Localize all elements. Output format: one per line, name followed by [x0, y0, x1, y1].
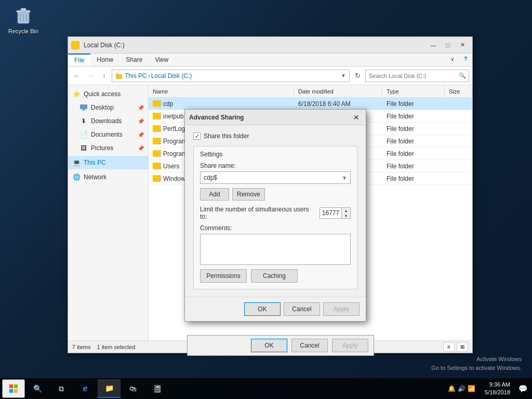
tab-view[interactable]: View: [149, 54, 175, 66]
forward-button[interactable]: →: [85, 70, 96, 82]
sidebar-downloads-label: Downloads: [91, 117, 135, 125]
col-type[interactable]: Type: [382, 85, 445, 97]
store-icon: 🛍: [129, 384, 137, 393]
grid-view-btn[interactable]: ⊞: [457, 342, 468, 352]
up-button[interactable]: ↑: [98, 70, 110, 82]
sidebar-item-downloads[interactable]: ⬇ Downloads 📌: [68, 114, 148, 128]
address-path[interactable]: This PC › Local Disk (C:) ▼: [112, 70, 350, 82]
spinner-up[interactable]: ▲: [342, 208, 350, 213]
maximize-button[interactable]: □: [441, 40, 455, 50]
tab-file[interactable]: File: [68, 54, 90, 66]
sidebar: ⭐ Quick access Desktop 📌 ⬇ Downloads 📌: [68, 85, 149, 340]
table-row[interactable]: cdp 6/18/2018 6:40 AM File folder: [149, 98, 472, 110]
remove-button[interactable]: Remove: [232, 188, 265, 201]
taskbar: 🔍 ⧉ e 📁 🛍 📓 🔔 🔊 📶 9:36 AM 5/18/2018 💬: [0, 378, 532, 399]
refresh-button[interactable]: ↻: [352, 70, 363, 82]
sidebar-this-pc-label: This PC: [84, 159, 144, 166]
sidebar-documents-label: Documents: [91, 131, 135, 138]
back-button[interactable]: ←: [71, 70, 83, 82]
col-size[interactable]: Size: [445, 85, 472, 97]
desktop: Recycle Bin Local Disk (C:) — □ ✕: [0, 0, 532, 399]
pictures-pin: 📌: [138, 145, 144, 151]
task-view-button[interactable]: ⧉: [50, 379, 73, 398]
spinner-down[interactable]: ▼: [342, 213, 350, 218]
col-date[interactable]: Date modified: [294, 85, 382, 97]
add-button[interactable]: Add: [200, 188, 229, 201]
adv-ok-button[interactable]: OK: [244, 302, 281, 316]
caching-button[interactable]: Caching: [251, 269, 298, 283]
store-button[interactable]: 🛍: [122, 379, 144, 398]
permissions-button[interactable]: Permissions: [200, 269, 247, 283]
folder-icon: [153, 113, 161, 119]
ie-button[interactable]: e: [74, 379, 97, 398]
folder-icon: [153, 100, 161, 107]
tab-share[interactable]: Share: [119, 54, 149, 66]
adv-apply-button[interactable]: Apply: [323, 302, 360, 316]
svg-rect-11: [83, 109, 85, 110]
adv-close-button[interactable]: ✕: [351, 112, 362, 123]
folder-icon: [153, 163, 161, 169]
ribbon-expand[interactable]: ∨: [445, 54, 459, 64]
breadcrumb-local-disk[interactable]: Local Disk (C:): [151, 72, 192, 79]
desktop-pin: 📌: [138, 105, 144, 111]
recycle-bin[interactable]: Recycle Bin: [5, 5, 42, 34]
documents-icon: 📄: [79, 130, 88, 139]
add-remove-row: Add Remove: [200, 188, 351, 201]
explorer-title-bar: Local Disk (C:) — □ ✕: [68, 37, 472, 54]
this-pc-icon: 💻: [72, 158, 81, 167]
sidebar-item-pictures[interactable]: 🖼 Pictures 📌: [68, 141, 148, 155]
props-apply-button[interactable]: Apply: [332, 339, 368, 352]
item-count: 7 items: [72, 344, 90, 350]
sidebar-item-network[interactable]: 🌐 Network: [68, 170, 148, 184]
notifications-button[interactable]: 💬: [515, 379, 530, 398]
help-button[interactable]: ?: [459, 54, 472, 64]
explorer-app-icon: [71, 41, 79, 49]
adv-title-bar: Advanced Sharing ✕: [185, 110, 366, 125]
spinner-value[interactable]: 16777: [320, 208, 342, 218]
explorer-taskbar-button[interactable]: 📁: [98, 379, 121, 398]
col-name[interactable]: Name: [149, 85, 294, 97]
sidebar-item-this-pc[interactable]: 💻 This PC: [68, 156, 148, 169]
file-list-header: Name Date modified Type Size: [149, 85, 472, 98]
notifications-icon: 💬: [518, 384, 527, 393]
watermark-line1: Activate Windows: [431, 355, 522, 364]
search-taskbar-button[interactable]: 🔍: [26, 379, 49, 398]
share-name-field: Share name: cdp$ ▼: [200, 162, 351, 184]
share-name-label: Share name:: [200, 162, 351, 169]
tray-icon-1[interactable]: 🔔: [448, 385, 456, 392]
adv-cancel-button[interactable]: Cancel: [284, 302, 320, 316]
props-cancel-button[interactable]: Cancel: [291, 339, 328, 352]
clock-time: 9:36 AM: [485, 381, 510, 389]
users-limit-row: Limit the number of simultaneous users t…: [200, 206, 351, 220]
sidebar-item-desktop[interactable]: Desktop 📌: [68, 101, 148, 114]
file-type-cell: File folder: [382, 113, 445, 120]
close-button[interactable]: ✕: [456, 40, 469, 50]
svg-rect-16: [14, 389, 18, 393]
search-input[interactable]: [365, 70, 469, 82]
svg-rect-13: [9, 384, 13, 388]
breadcrumb-sep: ›: [148, 72, 150, 79]
comments-textarea[interactable]: [200, 234, 351, 265]
props-ok-button[interactable]: OK: [251, 339, 287, 352]
explorer-title: Local Disk (C:): [84, 42, 125, 49]
sidebar-network-label: Network: [84, 174, 144, 181]
start-button[interactable]: [2, 379, 25, 398]
sidebar-item-documents[interactable]: 📄 Documents 📌: [68, 128, 148, 141]
list-view-btn[interactable]: ≡: [443, 342, 455, 352]
notebook-button[interactable]: 📓: [145, 379, 168, 398]
share-name-select[interactable]: cdp$ ▼: [200, 171, 351, 184]
sidebar-item-quick-access[interactable]: ⭐ Quick access: [68, 87, 148, 101]
quick-access-section: ⭐ Quick access Desktop 📌 ⬇ Downloads 📌: [68, 87, 148, 155]
svg-rect-6: [72, 44, 78, 48]
tab-home[interactable]: Home: [90, 54, 119, 66]
share-name-input-row: cdp$ ▼: [200, 171, 351, 184]
file-type-cell: File folder: [382, 125, 445, 132]
breadcrumb-this-pc[interactable]: This PC: [125, 72, 147, 79]
breadcrumb-dropdown[interactable]: ▼: [341, 73, 346, 78]
tray-icon-2[interactable]: 🔊: [458, 385, 466, 392]
minimize-button[interactable]: —: [427, 40, 440, 50]
clock[interactable]: 9:36 AM 5/18/2018: [481, 381, 514, 397]
address-icon: [115, 72, 125, 79]
tray-icon-3[interactable]: 📶: [468, 385, 475, 392]
share-folder-checkbox[interactable]: [193, 132, 201, 140]
